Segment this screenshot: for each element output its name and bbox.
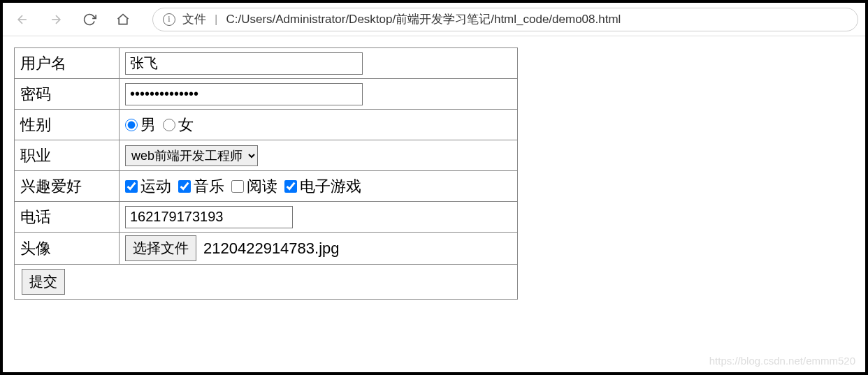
check-games[interactable] (284, 180, 297, 193)
row-occupation: 职业 web前端开发工程师 (15, 140, 518, 171)
row-gender: 性别 男 女 (15, 110, 518, 140)
hobbies-check-group: 运动 音乐 阅读 电子游戏 (125, 176, 512, 197)
radio-male[interactable] (125, 119, 138, 131)
label-occupation: 职业 (15, 140, 120, 171)
label-password: 密码 (15, 79, 120, 110)
choose-file-button[interactable]: 选择文件 (125, 235, 196, 261)
info-icon: i (163, 13, 175, 26)
browser-toolbar: i 文件 | C:/Users/Administrator/Desktop/前端… (3, 3, 865, 36)
row-submit: 提交 (15, 265, 518, 300)
radio-female-text: 女 (178, 115, 194, 135)
row-hobbies: 兴趣爱好 运动 音乐 阅读 (15, 171, 518, 202)
label-gender: 性别 (15, 110, 120, 140)
label-phone: 电话 (15, 202, 120, 233)
username-input[interactable] (125, 52, 363, 75)
row-password: 密码 (15, 79, 518, 110)
radio-male-text: 男 (140, 115, 156, 135)
label-hobbies: 兴趣爱好 (15, 171, 120, 202)
forward-button[interactable] (43, 7, 68, 32)
file-row: 选择文件 2120422914783.jpg (125, 235, 340, 261)
check-sport-text: 运动 (140, 176, 171, 197)
address-bar[interactable]: i 文件 | C:/Users/Administrator/Desktop/前端… (152, 8, 858, 31)
submit-button[interactable]: 提交 (22, 269, 65, 295)
check-sport-label[interactable]: 运动 (125, 176, 171, 197)
url-separator: | (213, 13, 219, 27)
check-music-label[interactable]: 音乐 (178, 176, 224, 197)
radio-female-label[interactable]: 女 (163, 115, 194, 135)
check-reading[interactable] (231, 180, 244, 193)
file-scheme-label: 文件 (182, 11, 206, 27)
check-music-text: 音乐 (194, 176, 224, 197)
password-input[interactable] (125, 83, 363, 105)
phone-input[interactable] (125, 206, 293, 228)
row-phone: 电话 (15, 202, 518, 233)
check-sport[interactable] (125, 180, 138, 193)
check-games-label[interactable]: 电子游戏 (284, 176, 361, 197)
row-username: 用户名 (15, 48, 518, 79)
radio-female[interactable] (163, 119, 175, 131)
file-name-text: 2120422914783.jpg (203, 240, 340, 258)
home-button[interactable] (110, 7, 136, 32)
gender-radio-group: 男 女 (125, 115, 512, 135)
refresh-button[interactable] (77, 7, 102, 32)
watermark-text: https://blog.csdn.net/emmm520 (709, 355, 855, 367)
label-avatar: 头像 (15, 233, 120, 265)
check-games-text: 电子游戏 (300, 176, 361, 197)
back-button[interactable] (10, 7, 35, 32)
form-table: 用户名 密码 性别 男 女 (14, 47, 518, 300)
check-reading-label[interactable]: 阅读 (231, 176, 277, 197)
page-content: 用户名 密码 性别 男 女 (3, 36, 865, 311)
label-username: 用户名 (15, 48, 120, 79)
check-music[interactable] (178, 180, 191, 193)
url-text: C:/Users/Administrator/Desktop/前端开发学习笔记/… (226, 11, 621, 27)
occupation-select[interactable]: web前端开发工程师 (125, 145, 258, 166)
row-avatar: 头像 选择文件 2120422914783.jpg (15, 233, 518, 265)
check-reading-text: 阅读 (247, 176, 277, 197)
radio-male-label[interactable]: 男 (125, 115, 156, 135)
